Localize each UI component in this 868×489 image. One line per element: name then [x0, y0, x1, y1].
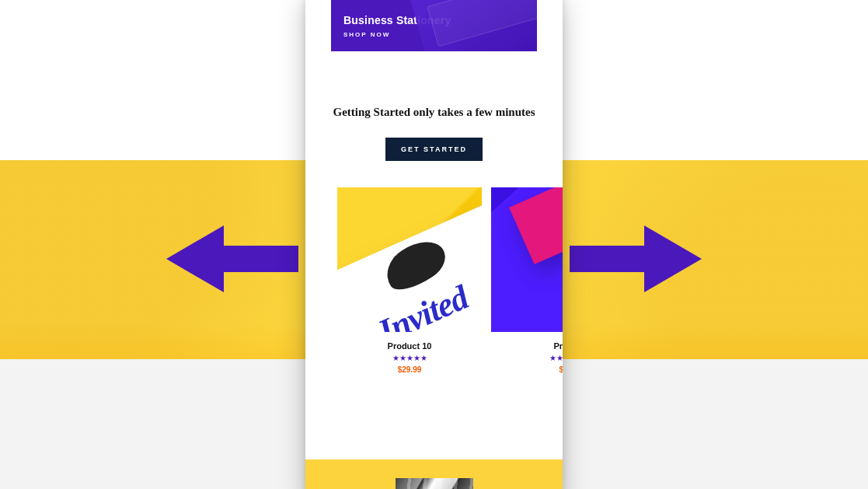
- product-image[interactable]: e Invited: [337, 187, 482, 332]
- get-started-button[interactable]: GET STARTED: [385, 138, 483, 161]
- arrow-left-icon: [166, 225, 298, 292]
- product-rating: ★★★★★: [337, 354, 482, 362]
- promo-banner[interactable]: Business Stationery SHOP NOW: [331, 0, 537, 51]
- cta-headline: Getting Started only takes a few minutes: [324, 106, 544, 119]
- svg-marker-1: [570, 225, 702, 292]
- svg-marker-0: [166, 225, 298, 292]
- product-image-art: e Invited: [337, 202, 482, 332]
- product-rating: ★★★★: [491, 354, 563, 362]
- arrow-right-icon: [570, 225, 702, 292]
- product-price: $2: [491, 365, 563, 374]
- promo-banner-art: [407, 0, 537, 51]
- product-name[interactable]: Product 10: [337, 341, 482, 351]
- product-image[interactable]: [491, 187, 563, 332]
- product-card[interactable]: Prod ★★★★ $2: [491, 187, 563, 374]
- footer-thumbnail[interactable]: [396, 478, 473, 489]
- product-name[interactable]: Prod: [491, 341, 563, 351]
- footer-yellow-section: [305, 459, 563, 489]
- cta-section: Getting Started only takes a few minutes…: [305, 68, 563, 187]
- products-carousel[interactable]: e Invited Product 10 ★★★★★ $29.99 Prod ★…: [305, 187, 563, 374]
- mobile-preview-viewport[interactable]: Business Stationery SHOP NOW Getting Sta…: [305, 0, 563, 489]
- mobile-preview-frame: Business Stationery SHOP NOW Getting Sta…: [305, 0, 563, 489]
- product-price: $29.99: [337, 365, 482, 374]
- product-card[interactable]: e Invited Product 10 ★★★★★ $29.99: [337, 187, 482, 374]
- promo-banner-cta[interactable]: SHOP NOW: [343, 31, 525, 38]
